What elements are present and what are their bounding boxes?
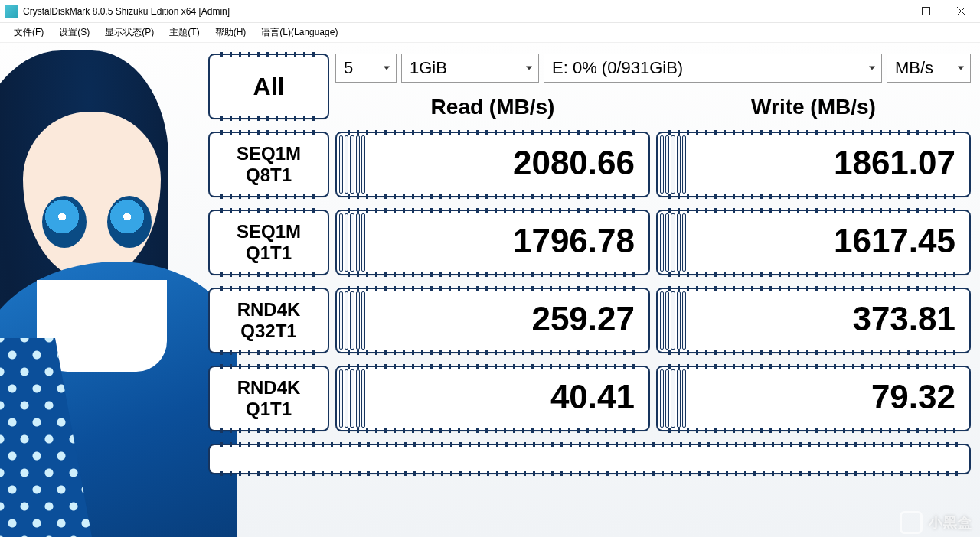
unit-value: MB/s: [895, 58, 933, 78]
watermark-text: 小黑盒: [929, 513, 972, 532]
status-bar: [208, 444, 971, 474]
window-title: CrystalDiskMark 8.0.5 Shizuku Edition x6…: [23, 6, 230, 17]
result-write-0: 1861.07: [656, 132, 971, 197]
close-button[interactable]: [943, 0, 978, 23]
menu-help[interactable]: 帮助(H): [207, 24, 254, 41]
test-label-line2: Q1T1: [246, 242, 292, 263]
all-button[interactable]: All: [208, 54, 329, 119]
titlebar: CrystalDiskMark 8.0.5 Shizuku Edition x6…: [0, 0, 980, 23]
test-button-seq1m-q1t1[interactable]: SEQ1M Q1T1: [208, 210, 329, 275]
maximize-button[interactable]: [908, 0, 943, 23]
test-label-line1: RND4K: [237, 377, 301, 398]
write-header: Write (MB/s): [656, 95, 971, 119]
test-label-line2: Q8T1: [246, 164, 292, 185]
drive-value: E: 0% (0/931GiB): [552, 58, 683, 78]
result-write-1: 1617.45: [656, 210, 971, 275]
menubar: 文件(F) 设置(S) 显示状态(P) 主题(T) 帮助(H) 语言(L)(La…: [0, 23, 980, 43]
menu-show-status[interactable]: 显示状态(P): [97, 24, 162, 41]
read-header: Read (MB/s): [335, 95, 650, 119]
test-button-rnd4k-q1t1[interactable]: RND4K Q1T1: [208, 366, 329, 431]
result-write-2: 373.81: [656, 288, 971, 353]
test-label-line2: Q1T1: [246, 399, 292, 419]
runs-select[interactable]: 5: [335, 54, 397, 83]
menu-theme[interactable]: 主题(T): [162, 24, 207, 41]
result-read-2: 259.27: [335, 288, 650, 353]
test-label-line1: SEQ1M: [237, 143, 301, 164]
runs-value: 5: [344, 58, 353, 78]
menu-settings[interactable]: 设置(S): [51, 24, 97, 41]
result-read-3: 40.41: [335, 366, 650, 431]
menu-language[interactable]: 语言(L)(Language): [253, 24, 345, 41]
result-value: 1861.07: [834, 144, 956, 182]
result-value: 2080.66: [513, 144, 635, 182]
all-button-label: All: [253, 73, 285, 101]
result-read-0: 2080.66: [335, 132, 650, 197]
size-select[interactable]: 1GiB: [401, 54, 539, 83]
unit-select[interactable]: MB/s: [887, 54, 971, 83]
mascot-art: [0, 43, 237, 537]
result-value: 259.27: [531, 300, 635, 338]
test-label-line2: Q32T1: [240, 321, 296, 341]
result-value: 79.32: [871, 378, 956, 416]
result-write-3: 79.32: [656, 366, 971, 431]
test-button-seq1m-q8t1[interactable]: SEQ1M Q8T1: [208, 132, 329, 197]
test-label-line1: SEQ1M: [237, 221, 301, 242]
result-read-1: 1796.78: [335, 210, 650, 275]
test-label-line1: RND4K: [237, 299, 301, 320]
menu-file[interactable]: 文件(F): [6, 24, 51, 41]
result-value: 1617.45: [834, 222, 956, 260]
watermark-logo-icon: [900, 511, 923, 534]
size-value: 1GiB: [410, 58, 447, 78]
svg-rect-0: [922, 8, 929, 15]
minimize-button[interactable]: [873, 0, 908, 23]
app-icon: [5, 5, 18, 18]
drive-select[interactable]: E: 0% (0/931GiB): [544, 54, 882, 83]
watermark: 小黑盒: [900, 511, 972, 534]
result-value: 373.81: [852, 300, 956, 338]
result-value: 40.41: [550, 378, 635, 416]
test-button-rnd4k-q32t1[interactable]: RND4K Q32T1: [208, 288, 329, 353]
result-value: 1796.78: [513, 222, 635, 260]
